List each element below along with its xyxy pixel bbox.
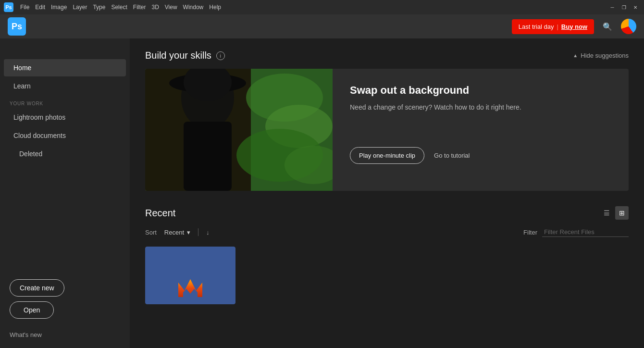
minimize-button[interactable]: ─ (607, 2, 617, 12)
hide-suggestions-label: Hide suggestions (581, 52, 629, 59)
trial-divider: | (557, 23, 558, 30)
main-content: Build your skills i ▲ Hide suggestions (130, 38, 644, 348)
skill-card-image (145, 69, 333, 191)
skills-title-group: Build your skills i (145, 50, 225, 61)
titlebar-left: Ps File Edit Image Layer Type Select Fil… (4, 2, 221, 12)
recent-files-grid (145, 247, 629, 304)
trial-label: Last trial day (519, 23, 554, 30)
main-layout: Home Learn YOUR WORK Lightroom photos Cl… (0, 38, 644, 348)
open-button[interactable]: Open (10, 301, 54, 319)
sidebar-item-home[interactable]: Home (4, 59, 126, 76)
skill-card-image-inner (145, 69, 333, 191)
sort-direction-button[interactable]: ↓ (206, 229, 210, 236)
sort-label: Sort (145, 229, 157, 236)
recent-title: Recent (145, 208, 175, 219)
grid-view-icon: ⊞ (619, 209, 625, 217)
filter-label: Filter (523, 229, 537, 236)
sidebar-whats-new[interactable]: What's new (0, 326, 130, 343)
sidebar: Home Learn YOUR WORK Lightroom photos Cl… (0, 38, 130, 348)
sidebar-section-your-work: YOUR WORK (0, 95, 130, 108)
menu-view[interactable]: View (165, 4, 177, 11)
menu-layer[interactable]: Layer (73, 4, 87, 11)
recent-file-thumbnail (145, 247, 235, 304)
recent-header: Recent ☰ ⊞ (145, 206, 629, 220)
sidebar-item-cloud[interactable]: Cloud documents (4, 127, 126, 144)
list-view-button[interactable]: ☰ (600, 206, 613, 220)
sidebar-item-deleted[interactable]: Deleted (4, 145, 126, 162)
sidebar-item-lightroom[interactable]: Lightroom photos (4, 109, 126, 126)
go-to-tutorial-button[interactable]: Go to tutorial (434, 152, 470, 159)
appbar-right: Last trial day | Buy now 🔍 (512, 19, 636, 34)
search-icon: 🔍 (603, 22, 612, 31)
appbar-logo: Ps (8, 17, 26, 36)
titlebar-controls: ─ ❐ ✕ (607, 2, 640, 12)
skills-title-text: Build your skills (145, 50, 211, 61)
skill-card-title: Swap out a background (350, 84, 611, 97)
trial-button[interactable]: Last trial day | Buy now (512, 19, 594, 34)
hide-suggestions-button[interactable]: ▲ Hide suggestions (573, 52, 629, 59)
buy-now-link[interactable]: Buy now (561, 23, 587, 30)
view-toggle: ☰ ⊞ (600, 206, 629, 220)
menu-help[interactable]: Help (209, 4, 221, 11)
menu-edit[interactable]: Edit (35, 4, 45, 11)
grid-view-button[interactable]: ⊞ (615, 206, 629, 220)
restore-button[interactable]: ❐ (619, 2, 629, 12)
sidebar-buttons: Create new Open (0, 272, 130, 326)
list-view-icon: ☰ (604, 209, 610, 217)
sort-chevron-icon: ▾ (187, 229, 190, 236)
sidebar-actions (0, 43, 130, 59)
recent-file-item[interactable] (145, 247, 235, 304)
sort-dropdown[interactable]: Recent ▾ (164, 229, 190, 236)
menu-window[interactable]: Window (183, 4, 204, 11)
info-icon[interactable]: i (216, 51, 225, 60)
search-button[interactable]: 🔍 (600, 19, 615, 34)
skills-header: Build your skills i ▲ Hide suggestions (145, 50, 629, 61)
menu-image[interactable]: Image (51, 4, 67, 11)
menu-file[interactable]: File (20, 4, 29, 11)
create-new-button[interactable]: Create new (10, 279, 64, 297)
menu-bar: File Edit Image Layer Type Select Filter… (20, 4, 221, 11)
sort-bar: Sort Recent ▾ ↓ Filter (145, 227, 629, 237)
sidebar-item-learn[interactable]: Learn (4, 77, 126, 95)
thumbnail-background (145, 247, 235, 304)
filter-input[interactable] (542, 227, 629, 237)
menu-3d[interactable]: 3D (151, 4, 159, 11)
skill-card-content: Swap out a background Need a change of s… (333, 69, 629, 191)
svg-rect-7 (184, 122, 232, 191)
skill-card-actions: Play one-minute clip Go to tutorial (350, 147, 611, 164)
skill-card-description: Need a change of scenery? Watch how to d… (350, 102, 611, 112)
photoshop-logo: Ps (8, 17, 26, 36)
skill-card: Swap out a background Need a change of s… (145, 69, 629, 191)
play-clip-button[interactable]: Play one-minute clip (350, 147, 424, 164)
sidebar-spacer (0, 163, 130, 272)
ps-icon-small: Ps (4, 2, 13, 12)
sort-divider (198, 228, 198, 236)
menu-type[interactable]: Type (93, 4, 105, 11)
m-logo (176, 276, 205, 299)
close-button[interactable]: ✕ (631, 2, 640, 12)
hide-chevron-icon: ▲ (573, 53, 578, 58)
filter-section: Filter (523, 227, 629, 237)
user-avatar[interactable] (621, 19, 636, 34)
sort-value: Recent (164, 229, 184, 236)
menu-select[interactable]: Select (111, 4, 127, 11)
appbar: Ps Last trial day | Buy now 🔍 (0, 14, 644, 38)
menu-filter[interactable]: Filter (133, 4, 146, 11)
titlebar: Ps File Edit Image Layer Type Select Fil… (0, 0, 644, 14)
